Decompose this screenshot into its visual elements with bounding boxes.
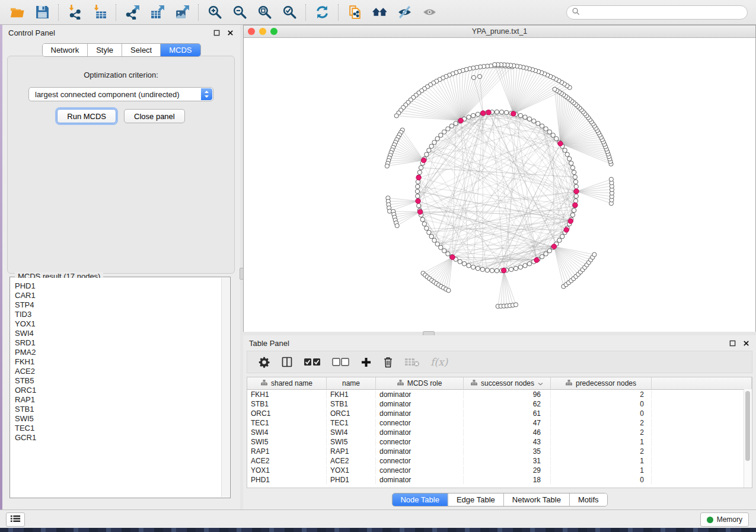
- cell-predecessor-nodes[interactable]: 0: [551, 400, 652, 408]
- table-mode-icon[interactable]: [258, 356, 270, 368]
- float-panel-icon[interactable]: [212, 28, 221, 37]
- cell-successor-nodes[interactable]: 43: [464, 438, 551, 446]
- deselect-all-rows-icon[interactable]: [332, 357, 350, 367]
- memory-button[interactable]: Memory: [700, 512, 749, 527]
- cell-shared-name[interactable]: ORC1: [247, 409, 327, 418]
- mcds-node-item[interactable]: STB5: [15, 376, 221, 386]
- table-row[interactable]: PHD1PHD1dominator180: [247, 475, 752, 485]
- zoom-in-icon[interactable]: [206, 4, 223, 21]
- cell-name[interactable]: RAP1: [327, 447, 376, 456]
- table-row[interactable]: ORC1ORC1dominator610: [247, 409, 752, 418]
- column-header-MCDS-role[interactable]: MCDS role: [376, 377, 464, 389]
- cell-MCDS-role[interactable]: connector: [376, 466, 464, 475]
- mcds-node-item[interactable]: ORC1: [15, 386, 221, 395]
- cell-predecessor-nodes[interactable]: 2: [551, 447, 652, 456]
- mcds-node-item[interactable]: STB1: [15, 405, 221, 414]
- cell-successor-nodes[interactable]: 35: [464, 447, 551, 456]
- cell-MCDS-role[interactable]: dominator: [376, 447, 464, 456]
- save-session-icon[interactable]: [34, 4, 50, 21]
- export-table-icon[interactable]: [149, 4, 165, 21]
- mcds-node-item[interactable]: RAP1: [15, 395, 221, 405]
- run-mcds-button[interactable]: Run MCDS: [57, 109, 116, 123]
- search-box[interactable]: [566, 5, 748, 20]
- network-canvas[interactable]: [244, 38, 755, 332]
- refresh-view-icon[interactable]: [314, 4, 330, 21]
- search-input[interactable]: [583, 8, 742, 17]
- cell-shared-name[interactable]: ACE2: [247, 457, 327, 465]
- scrollbar-thumb[interactable]: [745, 391, 750, 461]
- tab-network-table[interactable]: Network Table: [503, 493, 569, 506]
- column-header-shared-name[interactable]: shared name: [247, 377, 327, 389]
- import-table-icon[interactable]: [91, 4, 108, 21]
- mcds-node-item[interactable]: SRD1: [15, 338, 221, 348]
- table-row[interactable]: FKH1FKH1dominator962: [247, 390, 752, 399]
- mcds-node-item[interactable]: FKH1: [15, 357, 221, 367]
- cell-predecessor-nodes[interactable]: 1: [551, 457, 652, 465]
- task-history-button[interactable]: [6, 512, 25, 527]
- cell-shared-name[interactable]: RAP1: [247, 447, 327, 456]
- first-neighbors-icon[interactable]: [371, 4, 388, 21]
- table-row[interactable]: SWI4SWI4dominator462: [247, 428, 752, 437]
- mcds-result-list[interactable]: PHD1CAR1STP4TID3YOX1SWI4SRD1PMA2FKH1ACE2…: [11, 278, 221, 497]
- cell-name[interactable]: STB1: [327, 400, 376, 408]
- cell-successor-nodes[interactable]: 46: [464, 428, 551, 437]
- delete-columns-icon[interactable]: [382, 356, 394, 368]
- mcds-node-item[interactable]: PMA2: [15, 348, 221, 357]
- select-all-rows-icon[interactable]: [304, 357, 321, 367]
- cell-name[interactable]: TEC1: [327, 419, 376, 427]
- close-panel-icon[interactable]: [742, 339, 750, 347]
- cell-name[interactable]: YOX1: [327, 466, 376, 475]
- cell-MCDS-role[interactable]: dominator: [376, 428, 464, 437]
- cell-MCDS-role[interactable]: connector: [376, 457, 464, 465]
- window-minimize-traffic-light[interactable]: [259, 28, 266, 35]
- sort-chevron-icon[interactable]: [538, 379, 543, 387]
- window-maximize-traffic-light[interactable]: [270, 28, 277, 35]
- cell-shared-name[interactable]: YOX1: [247, 466, 327, 475]
- cell-predecessor-nodes[interactable]: 0: [551, 409, 652, 418]
- table-row[interactable]: TEC1TEC1connector472: [247, 418, 752, 428]
- cell-name[interactable]: FKH1: [327, 390, 376, 399]
- tab-mcds[interactable]: MCDS: [160, 44, 200, 56]
- column-header-predecessor-nodes[interactable]: predecessor nodes: [551, 377, 652, 389]
- export-network-icon[interactable]: [124, 4, 141, 21]
- mcds-node-item[interactable]: PHD1: [15, 281, 221, 291]
- zoom-out-icon[interactable]: [231, 4, 248, 21]
- cell-name[interactable]: PHD1: [327, 476, 376, 484]
- mcds-node-item[interactable]: SWI5: [15, 414, 221, 424]
- network-window-titlebar[interactable]: YPA_prune.txt_1: [244, 25, 755, 38]
- close-panel-icon[interactable]: [226, 28, 234, 37]
- cell-predecessor-nodes[interactable]: 2: [551, 419, 652, 427]
- column-header-name[interactable]: name: [327, 377, 376, 389]
- tab-network[interactable]: Network: [42, 44, 87, 56]
- cell-predecessor-nodes[interactable]: 2: [551, 428, 652, 437]
- cell-successor-nodes[interactable]: 18: [464, 476, 551, 484]
- cell-name[interactable]: SWI5: [327, 438, 376, 446]
- export-image-icon[interactable]: [174, 4, 190, 21]
- mcds-node-item[interactable]: ACE2: [15, 367, 221, 376]
- tab-node-table[interactable]: Node Table: [392, 493, 448, 506]
- cell-successor-nodes[interactable]: 96: [464, 390, 551, 399]
- cell-MCDS-role[interactable]: dominator: [376, 409, 464, 418]
- cell-MCDS-role[interactable]: connector: [376, 419, 464, 427]
- table-row[interactable]: RAP1RAP1dominator352: [247, 447, 752, 456]
- cell-shared-name[interactable]: TEC1: [247, 419, 327, 427]
- table-scrollbar[interactable]: [744, 389, 752, 488]
- cell-shared-name[interactable]: SWI4: [247, 428, 327, 437]
- show-graphics-details-icon[interactable]: [421, 4, 438, 21]
- cell-predecessor-nodes[interactable]: 0: [551, 476, 652, 484]
- window-close-traffic-light[interactable]: [248, 28, 255, 35]
- cell-successor-nodes[interactable]: 29: [464, 466, 551, 475]
- cell-successor-nodes[interactable]: 62: [464, 400, 551, 408]
- table-row[interactable]: STB1STB1dominator620: [247, 399, 752, 409]
- table-row[interactable]: YOX1YOX1connector291: [247, 466, 752, 475]
- cell-shared-name[interactable]: PHD1: [247, 476, 327, 484]
- show-hide-columns-icon[interactable]: [281, 356, 293, 368]
- mcds-node-item[interactable]: GCR1: [15, 433, 221, 443]
- tab-edge-table[interactable]: Edge Table: [448, 493, 503, 506]
- cell-predecessor-nodes[interactable]: 1: [551, 466, 652, 475]
- mcds-node-item[interactable]: CAR1: [15, 291, 221, 300]
- tab-motifs[interactable]: Motifs: [569, 493, 607, 506]
- tab-select[interactable]: Select: [122, 44, 160, 56]
- mcds-list-scrollbar[interactable]: [221, 278, 229, 497]
- cell-shared-name[interactable]: STB1: [247, 400, 327, 408]
